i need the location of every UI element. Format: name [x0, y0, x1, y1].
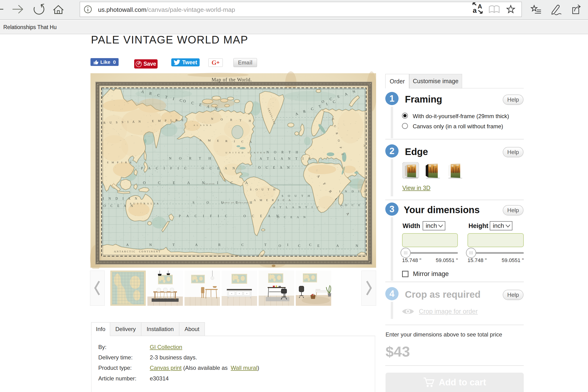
svg-text:O C E A N I C A: O C E A N I C A — [143, 181, 253, 185]
svg-text:A L A S K A: A L A S K A — [193, 124, 212, 126]
svg-text:A M E R I C A: A M E R I C A — [254, 198, 292, 202]
svg-text:A U S T R A L I A: A U S T R A L I A — [130, 202, 159, 205]
svg-text:P A C I F I C O C E A N: P A C I F I C O C E A N — [141, 166, 237, 170]
svg-text:A T L A N T I C: A T L A N T I C — [273, 205, 321, 209]
svg-text:N O R T H: N O R T H — [266, 150, 300, 154]
svg-text:A: A — [478, 3, 482, 10]
svg-text:a: a — [473, 6, 477, 14]
svg-text:O C E A N: O C E A N — [279, 244, 366, 248]
svg-text:O C E A N: O C E A N — [258, 166, 292, 170]
svg-text:S O U T H: S O U T H — [282, 194, 312, 198]
svg-text:ANTARCTIC CONTINENT: ANTARCTIC CONTINENT — [114, 250, 161, 253]
svg-text:EQUATOR: EQUATOR — [204, 183, 215, 185]
svg-text:Map of the World.: Map of the World. — [211, 77, 252, 82]
svg-text:E M P I R E: E M P I R E — [107, 161, 133, 164]
svg-text:N O R T H: N O R T H — [169, 156, 214, 160]
svg-text:TROPIC OF CAPRICORN: TROPIC OF CAPRICORN — [222, 202, 249, 204]
svg-text:U N I T E D S T A T E S: U N I T E D S T A T E S — [226, 152, 266, 154]
svg-text:S O U T H: S O U T H — [250, 188, 277, 191]
svg-text:O C E A N: O C E A N — [277, 215, 307, 219]
svg-text:A T L A N T I C: A T L A N T I C — [260, 157, 313, 160]
